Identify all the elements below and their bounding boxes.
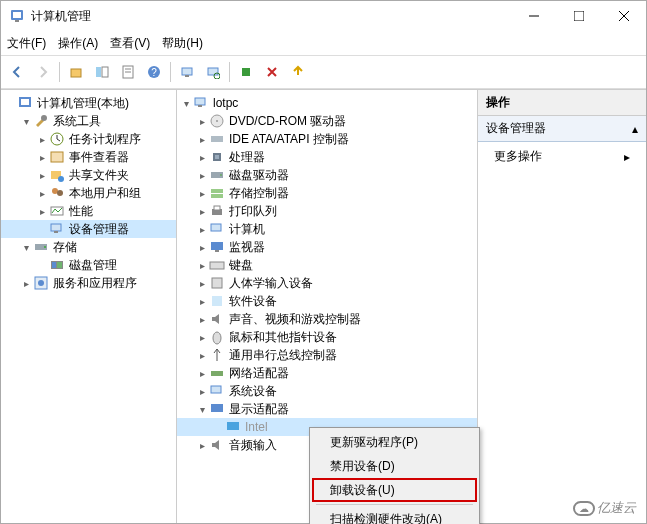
watermark-text: 亿速云 <box>597 500 636 515</box>
svg-rect-54 <box>215 250 219 252</box>
clock-icon <box>49 131 65 147</box>
scan-hardware-button[interactable] <box>201 60 225 84</box>
menu-file[interactable]: 文件(F) <box>7 35 46 52</box>
up-button[interactable] <box>64 60 88 84</box>
tree-label: IDE ATA/ATAPI 控制器 <box>229 131 349 148</box>
ctx-disable-device[interactable]: 禁用设备(D) <box>312 454 477 478</box>
ctx-uninstall-device[interactable]: 卸载设备(U) <box>312 478 477 502</box>
dev-print[interactable]: ▸打印队列 <box>177 202 477 220</box>
tree-label: 存储 <box>53 239 77 256</box>
enable-button[interactable] <box>234 60 258 84</box>
dev-ide[interactable]: ▸IDE ATA/ATAPI 控制器 <box>177 130 477 148</box>
tree-label: 鼠标和其他指针设备 <box>229 329 337 346</box>
tree-label: 磁盘驱动器 <box>229 167 289 184</box>
dev-monitor[interactable]: ▸监视器 <box>177 238 477 256</box>
tree-label: 计算机 <box>229 221 265 238</box>
chevron-right-icon: ▸ <box>195 260 209 271</box>
dev-root[interactable]: ▾lotpc <box>177 94 477 112</box>
dev-sound[interactable]: ▸声音、视频和游戏控制器 <box>177 310 477 328</box>
svg-rect-36 <box>57 262 62 268</box>
tree-device-manager[interactable]: 设备管理器 <box>1 220 176 238</box>
back-button[interactable] <box>5 60 29 84</box>
pc-icon <box>209 221 225 237</box>
tree-storage[interactable]: ▾存储 <box>1 238 176 256</box>
tree-label: 打印队列 <box>229 203 277 220</box>
dev-usb[interactable]: ▸通用串行总线控制器 <box>177 346 477 364</box>
dev-cpu[interactable]: ▸处理器 <box>177 148 477 166</box>
usb-icon <box>209 347 225 363</box>
uninstall-button[interactable] <box>260 60 284 84</box>
dev-software[interactable]: ▸软件设备 <box>177 292 477 310</box>
tree-label: Intel <box>245 420 268 434</box>
menu-help[interactable]: 帮助(H) <box>162 35 203 52</box>
svg-rect-17 <box>208 68 218 75</box>
dev-disk[interactable]: ▸磁盘驱动器 <box>177 166 477 184</box>
chevron-down-icon: ▾ <box>19 116 33 127</box>
dev-mouse[interactable]: ▸鼠标和其他指针设备 <box>177 328 477 346</box>
actions-more[interactable]: 更多操作 ▸ <box>478 142 646 171</box>
ctx-update-driver[interactable]: 更新驱动程序(P) <box>312 430 477 454</box>
tree-task-scheduler[interactable]: ▸任务计划程序 <box>1 130 176 148</box>
ctx-scan-hardware[interactable]: 扫描检测硬件改动(A) <box>312 507 477 524</box>
close-button[interactable] <box>601 1 646 31</box>
forward-button[interactable] <box>31 60 55 84</box>
cpu-icon <box>209 149 225 165</box>
services-icon <box>33 275 49 291</box>
storage-ctrl-icon <box>209 185 225 201</box>
tree-performance[interactable]: ▸性能 <box>1 202 176 220</box>
dev-keyboard[interactable]: ▸键盘 <box>177 256 477 274</box>
dev-storage-ctrl[interactable]: ▸存储控制器 <box>177 184 477 202</box>
tree-root[interactable]: 计算机管理(本地) <box>1 94 176 112</box>
dev-system[interactable]: ▸系统设备 <box>177 382 477 400</box>
chevron-right-icon: ▸ <box>195 314 209 325</box>
properties-button[interactable] <box>116 60 140 84</box>
tree-shared-folders[interactable]: ▸共享文件夹 <box>1 166 176 184</box>
gpu-icon <box>225 419 241 435</box>
chevron-right-icon: ▸ <box>195 386 209 397</box>
chevron-right-icon: ▸ <box>195 170 209 181</box>
svg-rect-48 <box>211 189 223 193</box>
dev-dvd[interactable]: ▸DVD/CD-ROM 驱动器 <box>177 112 477 130</box>
tree-disk-mgmt[interactable]: 磁盘管理 <box>1 256 176 274</box>
dev-hid[interactable]: ▸人体学输入设备 <box>177 274 477 292</box>
tree-label: 事件查看器 <box>69 149 129 166</box>
tree-system-tools[interactable]: ▾系统工具 <box>1 112 176 130</box>
svg-rect-56 <box>212 278 222 288</box>
svg-point-47 <box>220 174 222 176</box>
computer-icon-button[interactable] <box>175 60 199 84</box>
show-hide-tree-button[interactable] <box>90 60 114 84</box>
dev-computer[interactable]: ▸计算机 <box>177 220 477 238</box>
tree-event-viewer[interactable]: ▸事件查看器 <box>1 148 176 166</box>
tree-label: 共享文件夹 <box>69 167 129 184</box>
dev-network[interactable]: ▸网络适配器 <box>177 364 477 382</box>
tree-local-users[interactable]: ▸本地用户和组 <box>1 184 176 202</box>
svg-point-42 <box>216 120 218 122</box>
chevron-right-icon: ▸ <box>195 368 209 379</box>
tree-label: 系统工具 <box>53 113 101 130</box>
chevron-down-icon: ▾ <box>179 98 193 109</box>
actions-section[interactable]: 设备管理器 ▴ <box>478 116 646 142</box>
tree-label: 键盘 <box>229 257 253 274</box>
minimize-button[interactable] <box>511 1 556 31</box>
tree-label: 软件设备 <box>229 293 277 310</box>
perf-icon <box>49 203 65 219</box>
event-icon <box>49 149 65 165</box>
dev-display[interactable]: ▾显示适配器 <box>177 400 477 418</box>
chevron-right-icon: ▸ <box>195 242 209 253</box>
menu-action[interactable]: 操作(A) <box>58 35 98 52</box>
left-tree: 计算机管理(本地) ▾系统工具 ▸任务计划程序 ▸事件查看器 ▸共享文件夹 ▸本… <box>1 90 177 523</box>
tree-label: 本地用户和组 <box>69 185 141 202</box>
svg-rect-35 <box>52 262 56 268</box>
svg-point-33 <box>44 246 46 248</box>
update-driver-button[interactable] <box>286 60 310 84</box>
tree-services-apps[interactable]: ▸服务和应用程序 <box>1 274 176 292</box>
maximize-button[interactable] <box>556 1 601 31</box>
tree-label: 系统设备 <box>229 383 277 400</box>
network-icon <box>209 365 225 381</box>
help-button[interactable]: ? <box>142 60 166 84</box>
tree-label: 存储控制器 <box>229 185 289 202</box>
menu-view[interactable]: 查看(V) <box>110 35 150 52</box>
ctx-label: 更新驱动程序(P) <box>330 434 418 451</box>
display-icon <box>209 401 225 417</box>
actions-header: 操作 <box>478 90 646 116</box>
